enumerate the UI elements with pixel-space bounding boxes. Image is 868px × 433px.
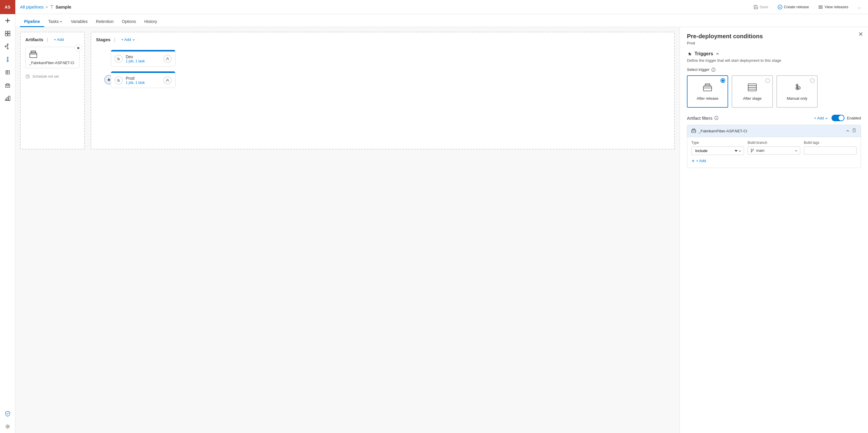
stage-pre-condition-dev[interactable] — [115, 55, 123, 63]
sidebar-icon-pipelines[interactable] — [0, 53, 15, 66]
stages-panel: Stages | + Add — [91, 32, 675, 149]
tab-history[interactable]: History — [140, 17, 161, 27]
content-area: Artifacts | + Add _FabrikamFiber-ASP.NET… — [15, 27, 868, 433]
schedule-card[interactable]: Schedule not set — [25, 72, 80, 81]
svg-point-8 — [7, 61, 8, 62]
toggle-switch[interactable] — [832, 115, 844, 121]
tags-input[interactable] — [804, 146, 857, 155]
stage-post-condition-dev[interactable] — [163, 55, 172, 63]
svg-point-31 — [751, 151, 752, 152]
more-options-button[interactable]: ... — [855, 3, 863, 10]
stage-pre-condition-prod[interactable] — [115, 76, 123, 85]
add-artifact-filter-button[interactable]: + Add — [814, 116, 828, 120]
branch-select[interactable]: main — [748, 146, 800, 155]
close-button[interactable]: ✕ — [858, 31, 863, 38]
stage-body-dev: Dev 1 job, 1 task — [111, 52, 175, 66]
main-content: All pipelines > ⊤ Sample Save Create rel… — [15, 0, 868, 433]
stage-name-dev: Dev — [126, 55, 160, 59]
save-button[interactable]: Save — [751, 3, 771, 10]
trigger-option-after-release[interactable]: After release — [687, 75, 728, 108]
svg-rect-2 — [5, 34, 7, 36]
avatar[interactable]: AS — [0, 0, 15, 14]
add-filter-button[interactable]: + Add — [691, 157, 706, 164]
artifact-card[interactable]: _FabrikamFiber-ASP.NET-CI — [25, 47, 80, 68]
stages-add-button[interactable]: + Add — [121, 37, 135, 42]
tab-retention[interactable]: Retention — [92, 17, 118, 27]
breadcrumb-link[interactable]: All pipelines — [20, 4, 43, 9]
artifact-filter-chevron-up[interactable] — [846, 129, 849, 133]
stage-card-prod[interactable]: Prod 1 job, 1 task — [111, 71, 176, 88]
stage-info-prod: Prod 1 job, 1 task — [126, 76, 160, 85]
artifacts-add-button[interactable]: + Add — [54, 37, 64, 42]
svg-rect-15 — [755, 5, 756, 6]
navtabs: Pipeline Tasks Variables Retention Optio… — [15, 14, 868, 27]
stage-tasks-dev: 1 job, 1 task — [126, 59, 160, 63]
stages-divider: | — [114, 37, 115, 42]
stages-title: Stages — [96, 37, 111, 42]
type-select[interactable]: Include Exclude — [691, 146, 744, 155]
sidebar-icon-boards[interactable] — [0, 27, 15, 40]
type-column: Type Include Exclude — [691, 141, 744, 155]
trigger-option-after-stage[interactable]: After stage — [732, 75, 773, 108]
stage-body-prod: Prod 1 job, 1 task — [111, 73, 175, 88]
trigger-icon-manual-only — [792, 82, 802, 94]
artifact-trigger-badge[interactable] — [74, 44, 82, 52]
sidebar: AS — [0, 0, 15, 433]
sidebar-icon-settings[interactable] — [0, 420, 15, 433]
sidebar-icon-testplans[interactable] — [0, 66, 15, 79]
stage-tasks-prod: 1 job, 1 task — [126, 80, 160, 85]
svg-rect-22 — [704, 86, 712, 91]
svg-point-7 — [7, 57, 8, 58]
stage-row-prod: Prod 1 job, 1 task — [102, 71, 664, 88]
sidebar-icon-repos[interactable] — [0, 40, 15, 53]
svg-point-29 — [751, 149, 752, 150]
artifact-filter-name: _FabrikamFiber-ASP.NET-CI — [699, 129, 843, 133]
enabled-toggle[interactable]: Enabled — [832, 115, 861, 121]
filter-cols: Type Include Exclude Build branch — [691, 141, 857, 155]
stage-name-prod: Prod — [126, 76, 160, 80]
trigger-option-manual-only[interactable]: Manual only — [776, 75, 818, 108]
svg-rect-0 — [5, 31, 7, 33]
type-select-input[interactable]: Include Exclude — [694, 148, 739, 153]
tab-variables[interactable]: Variables — [66, 17, 92, 27]
create-release-button[interactable]: Create release — [775, 3, 811, 10]
schedule-label: Schedule not set — [32, 74, 59, 78]
artifact-name: _FabrikamFiber-ASP.NET-CI — [29, 61, 76, 65]
view-releases-button[interactable]: View releases — [816, 3, 850, 10]
triggers-header: Triggers — [687, 51, 861, 57]
sidebar-icon-deploy[interactable] — [0, 92, 15, 105]
trigger-options: After release After stage Manual o — [687, 75, 861, 108]
tab-options[interactable]: Options — [118, 17, 140, 27]
sidebar-icon-add[interactable] — [0, 14, 15, 27]
artifact-filters-actions: + Add Enabled — [814, 115, 861, 121]
svg-rect-3 — [8, 34, 10, 36]
filter-table: Type Include Exclude Build branch — [687, 137, 861, 168]
tab-tasks[interactable]: Tasks — [44, 17, 67, 27]
trigger-icon-after-stage — [748, 82, 757, 94]
trigger-radio-after-stage — [765, 78, 770, 83]
trigger-label-manual-only: Manual only — [787, 96, 807, 101]
tags-column: Build tags — [804, 141, 857, 155]
svg-rect-23 — [705, 84, 710, 85]
stage-post-condition-prod[interactable] — [163, 76, 172, 85]
chevron-up-icon[interactable] — [715, 52, 720, 56]
sidebar-icon-shield[interactable] — [0, 407, 15, 420]
artifact-icon — [29, 50, 76, 60]
tab-pipeline[interactable]: Pipeline — [20, 17, 44, 27]
panel-subtitle: Prod — [687, 41, 861, 45]
trigger-label-after-release: After release — [696, 96, 718, 101]
triggers-label: Triggers — [694, 51, 713, 57]
stage-card-dev[interactable]: Dev 1 job, 1 task — [111, 50, 176, 66]
svg-rect-16 — [30, 53, 37, 58]
branch-col-header: Build branch — [748, 141, 800, 145]
trigger-radio-manual-only — [810, 78, 815, 83]
panel-title: Pre-deployment conditions — [687, 33, 861, 40]
info-icon — [711, 68, 715, 72]
stage-row-dev: Dev 1 job, 1 task — [102, 50, 664, 66]
sidebar-icon-artifacts[interactable] — [0, 79, 15, 92]
artifact-filter-delete-button[interactable] — [852, 128, 857, 134]
artifact-filters-header: Artifact filters + Add Enabled — [687, 115, 861, 121]
trigger-label-after-stage: After stage — [743, 96, 762, 101]
artifact-filters-info-icon — [714, 116, 718, 120]
svg-rect-14 — [755, 7, 757, 9]
